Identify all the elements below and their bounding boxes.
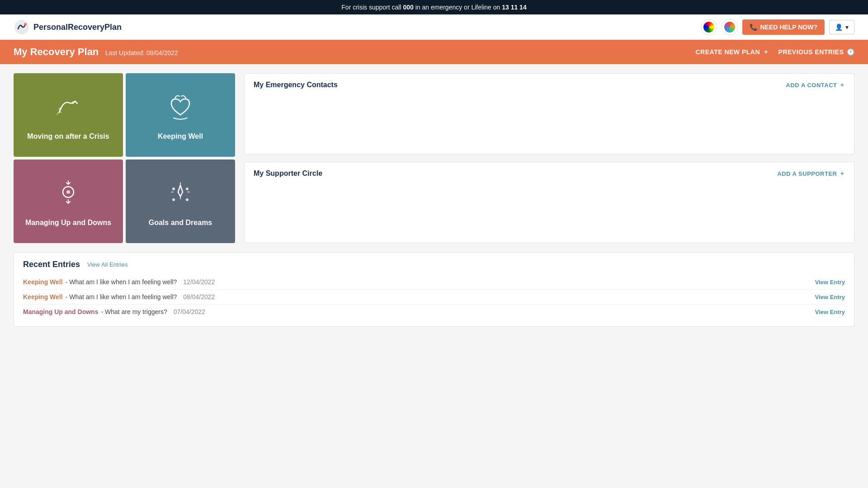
add-contact-plus-icon: ＋: [839, 81, 845, 89]
plus-icon: ＋: [763, 48, 769, 56]
previous-entries-button[interactable]: PREVIOUS ENTRIES 🕐: [778, 48, 854, 56]
chevron-down-icon: ▾: [845, 23, 849, 31]
tiles-grid: Moving on after a Crisis Keeping Well Ma…: [14, 73, 235, 243]
right-panels: My Emergency Contacts ADD A CONTACT ＋ My…: [244, 73, 854, 243]
svg-point-1: [24, 23, 27, 26]
entry-date-2: 07/04/2022: [174, 308, 205, 315]
color-theme-btn-1[interactable]: [701, 19, 717, 35]
emergency-contacts-header: My Emergency Contacts ADD A CONTACT ＋: [254, 81, 845, 89]
color-wheel-2-icon: [724, 22, 735, 33]
phone-icon: 📞: [750, 23, 757, 31]
main-content: Moving on after a Crisis Keeping Well Ma…: [0, 64, 868, 252]
tile-keeping-well-label: Keeping Well: [158, 132, 203, 141]
view-entry-button-2[interactable]: View Entry: [815, 309, 845, 315]
color-theme-btn-2[interactable]: [722, 19, 738, 35]
svg-point-8: [186, 198, 189, 201]
tile-managing-up[interactable]: Managing Up and Downs: [14, 160, 123, 243]
recent-entries-title: Recent Entries: [23, 260, 80, 269]
supporter-circle-panel: My Supporter Circle ADD A SUPPORTER ＋: [244, 162, 854, 243]
add-contact-button[interactable]: ADD A CONTACT ＋: [786, 81, 845, 89]
crisis-text: For crisis support call: [341, 4, 403, 11]
entry-row: Keeping Well - What am I like when I am …: [23, 290, 845, 305]
managing-up-icon: [50, 176, 86, 212]
add-contact-label: ADD A CONTACT: [786, 82, 837, 89]
entry-left-0: Keeping Well - What am I like when I am …: [23, 278, 215, 286]
recent-entries-section: Recent Entries View All Entries Keeping …: [14, 252, 854, 327]
svg-point-6: [186, 188, 189, 190]
tile-managing-up-label: Managing Up and Downs: [25, 219, 111, 227]
lifeline-number: 13 11 14: [502, 4, 527, 11]
entry-category-link-2[interactable]: Managing Up and Downs: [23, 308, 98, 315]
create-new-plan-button[interactable]: CREATE NEW PLAN ＋: [696, 48, 769, 56]
tile-moving-on[interactable]: Moving on after a Crisis: [14, 73, 123, 157]
crisis-text2: in an emergency or Lifeline on: [414, 4, 502, 11]
navbar: PersonalRecoveryPlan 📞 NEED HELP NOW? 👤 …: [0, 14, 868, 40]
need-help-button[interactable]: 📞 NEED HELP NOW?: [742, 19, 825, 35]
history-icon: 🕐: [847, 48, 855, 56]
brand-name: PersonalRecoveryPlan: [33, 23, 122, 32]
entries-list: Keeping Well - What am I like when I am …: [23, 275, 845, 319]
logo-icon: [14, 19, 30, 35]
entry-date-1: 08/04/2022: [183, 293, 215, 300]
crisis-banner: For crisis support call 000 in an emerge…: [0, 0, 868, 14]
emergency-contacts-panel: My Emergency Contacts ADD A CONTACT ＋: [244, 73, 854, 155]
entry-category-link-0[interactable]: Keeping Well: [23, 278, 63, 286]
plan-title: My Recovery Plan: [14, 46, 99, 57]
add-supporter-label: ADD A SUPPORTER: [777, 170, 837, 177]
create-plan-label: CREATE NEW PLAN: [696, 48, 760, 56]
emergency-contacts-title: My Emergency Contacts: [254, 81, 338, 89]
need-help-label: NEED HELP NOW?: [760, 23, 817, 31]
svg-point-4: [66, 190, 70, 194]
brand: PersonalRecoveryPlan: [14, 19, 122, 35]
supporter-circle-header: My Supporter Circle ADD A SUPPORTER ＋: [254, 169, 845, 178]
navbar-right: 📞 NEED HELP NOW? 👤 ▾: [701, 19, 854, 35]
view-all-entries-link[interactable]: View All Entries: [87, 261, 127, 268]
tile-goals-label: Goals and Dreams: [149, 219, 212, 227]
color-wheel-icon: [703, 22, 714, 33]
entry-row: Managing Up and Downs - What are my trig…: [23, 305, 845, 319]
plan-header-actions: CREATE NEW PLAN ＋ PREVIOUS ENTRIES 🕐: [696, 48, 855, 56]
supporter-circle-title: My Supporter Circle: [254, 169, 322, 178]
keeping-well-icon: [162, 90, 198, 126]
add-supporter-button[interactable]: ADD A SUPPORTER ＋: [777, 169, 845, 178]
entry-description-0: - What am I like when I am feeling well?: [66, 278, 177, 286]
plan-header: My Recovery Plan Last Updated: 08/04/202…: [0, 40, 868, 64]
entry-description-2: - What are my triggers?: [101, 308, 167, 315]
plan-last-updated: Last Updated: 08/04/2022: [105, 49, 178, 56]
crisis-number-000: 000: [403, 4, 413, 11]
tile-goals[interactable]: Goals and Dreams: [126, 160, 235, 243]
entry-date-0: 12/04/2022: [183, 278, 215, 286]
tile-moving-on-label: Moving on after a Crisis: [27, 132, 109, 141]
add-supporter-plus-icon: ＋: [839, 169, 845, 178]
view-entry-button-0[interactable]: View Entry: [815, 279, 845, 286]
account-icon: 👤: [835, 23, 843, 31]
svg-point-7: [172, 198, 175, 201]
account-button[interactable]: 👤 ▾: [829, 20, 854, 34]
moving-on-icon: [50, 90, 86, 126]
entry-category-link-1[interactable]: Keeping Well: [23, 293, 63, 300]
plan-header-left: My Recovery Plan Last Updated: 08/04/202…: [14, 46, 178, 58]
previous-entries-label: PREVIOUS ENTRIES: [778, 48, 844, 56]
recent-entries-header: Recent Entries View All Entries: [23, 260, 845, 269]
svg-point-5: [172, 188, 175, 190]
svg-point-2: [59, 108, 61, 110]
tile-keeping-well[interactable]: Keeping Well: [126, 73, 235, 157]
view-entry-button-1[interactable]: View Entry: [815, 294, 845, 300]
entry-row: Keeping Well - What am I like when I am …: [23, 275, 845, 290]
entry-left-1: Keeping Well - What am I like when I am …: [23, 293, 215, 300]
entry-left-2: Managing Up and Downs - What are my trig…: [23, 308, 205, 315]
goals-icon: [162, 176, 198, 212]
entry-description-1: - What am I like when I am feeling well?: [66, 293, 177, 300]
